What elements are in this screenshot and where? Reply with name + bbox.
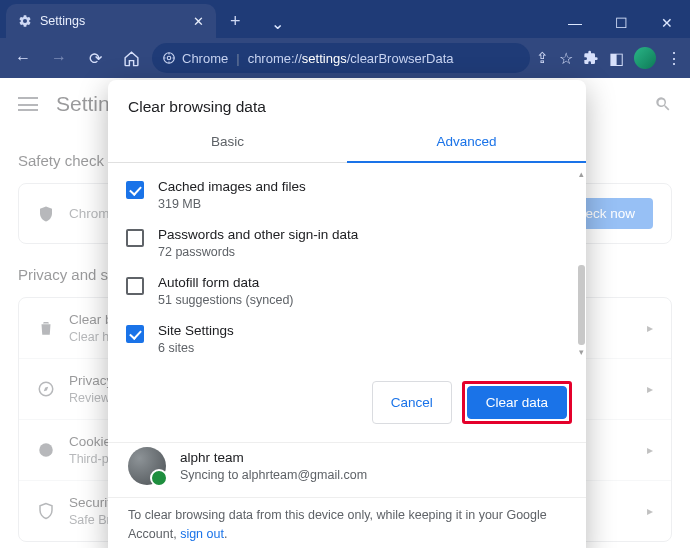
url-prefix: Chrome: [182, 51, 228, 66]
checkbox[interactable]: [126, 181, 144, 199]
svg-point-1: [167, 56, 171, 60]
scroll-down-icon[interactable]: ▾: [578, 347, 585, 357]
dialog-list: Cached images and files319 MB Passwords …: [108, 163, 586, 363]
highlight-ring: Clear data: [462, 381, 572, 424]
account-sub: Syncing to alphrteam@gmail.com: [180, 468, 367, 482]
gear-icon: [18, 14, 32, 28]
account-row: alphr team Syncing to alphrteam@gmail.co…: [108, 442, 586, 497]
scrollbar[interactable]: ▴ ▾: [578, 169, 585, 357]
scroll-up-icon[interactable]: ▴: [578, 169, 585, 179]
cancel-button[interactable]: Cancel: [372, 381, 452, 424]
close-window-button[interactable]: ✕: [644, 8, 690, 38]
dialog-footer: To clear browsing data from this device …: [108, 497, 586, 548]
avatar: [128, 447, 166, 485]
window-controls: — ☐ ✕: [552, 8, 690, 38]
list-item[interactable]: Passwords and other sign-in data72 passw…: [122, 219, 580, 267]
tab-advanced[interactable]: Advanced: [347, 122, 586, 163]
scroll-thumb[interactable]: [578, 265, 585, 345]
share-icon[interactable]: ⇪: [536, 49, 549, 67]
profile-avatar-icon[interactable]: [634, 47, 656, 69]
checkbox[interactable]: [126, 229, 144, 247]
list-item[interactable]: Autofill form data51 suggestions (synced…: [122, 267, 580, 315]
tab-title: Settings: [40, 14, 85, 28]
bookmark-icon[interactable]: ☆: [559, 49, 573, 68]
address-bar[interactable]: Chrome | chrome://settings/clearBrowserD…: [152, 43, 530, 73]
list-item[interactable]: Site Settings6 sites: [122, 315, 580, 363]
dialog-actions: Cancel Clear data: [108, 363, 586, 442]
dialog-tabs: Basic Advanced: [108, 122, 586, 163]
checkbox[interactable]: [126, 277, 144, 295]
window-titlebar: Settings ✕ + ⌄ — ☐ ✕: [0, 0, 690, 38]
list-item[interactable]: Cached images and files319 MB: [122, 171, 580, 219]
account-name: alphr team: [180, 450, 367, 465]
tab-close-icon[interactable]: ✕: [193, 14, 204, 29]
extensions-icon[interactable]: [583, 50, 599, 66]
tab-search-icon[interactable]: ⌄: [255, 8, 301, 38]
url-text: chrome://settings/clearBrowserData: [248, 51, 454, 66]
minimize-button[interactable]: —: [552, 8, 598, 38]
tab-basic[interactable]: Basic: [108, 122, 347, 163]
clear-browsing-data-dialog: Clear browsing data Basic Advanced Cache…: [108, 80, 586, 548]
forward-button[interactable]: →: [44, 43, 74, 73]
overflow-menu-icon[interactable]: ⋮: [666, 49, 682, 68]
reload-button[interactable]: ⟳: [80, 43, 110, 73]
site-info-icon[interactable]: Chrome: [162, 51, 228, 66]
maximize-button[interactable]: ☐: [598, 8, 644, 38]
browser-tab[interactable]: Settings ✕: [6, 4, 216, 38]
home-button[interactable]: [116, 43, 146, 73]
new-tab-button[interactable]: +: [216, 11, 255, 38]
sign-out-link[interactable]: sign out: [180, 527, 224, 541]
checkbox[interactable]: [126, 325, 144, 343]
back-button[interactable]: ←: [8, 43, 38, 73]
dialog-title: Clear browsing data: [108, 80, 586, 122]
panel-icon[interactable]: ◧: [609, 49, 624, 68]
browser-toolbar: ← → ⟳ Chrome | chrome://settings/clearBr…: [0, 38, 690, 78]
clear-data-button[interactable]: Clear data: [467, 386, 567, 419]
